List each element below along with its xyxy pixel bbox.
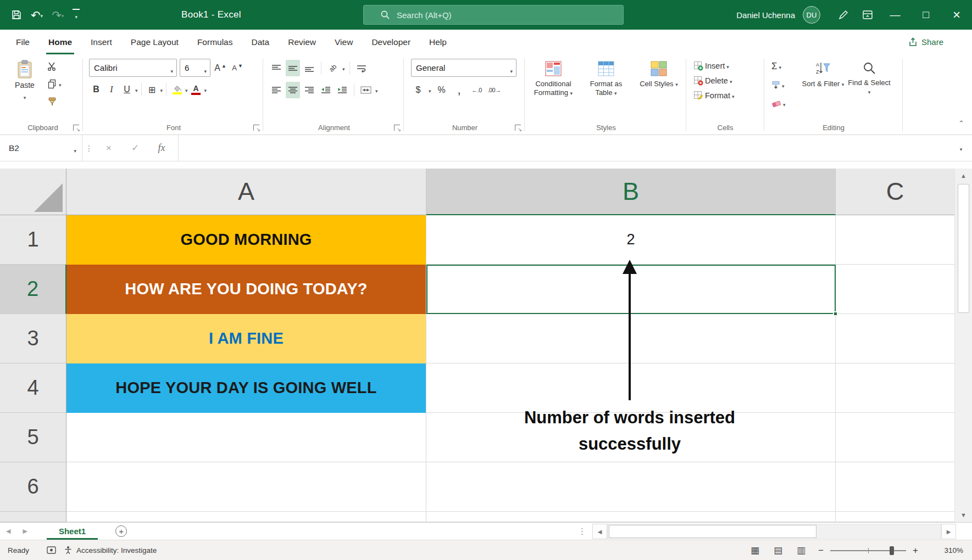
clear-button[interactable] — [769, 96, 800, 111]
inking-button[interactable] — [831, 0, 856, 30]
find-select-button[interactable]: Find & Select — [846, 59, 892, 121]
accounting-format-button[interactable]: $ — [411, 82, 425, 98]
increase-decimal-button[interactable]: ←.0 — [470, 82, 484, 98]
undo-dropdown[interactable] — [41, 10, 43, 20]
cell-A1[interactable]: GOOD MORNING — [66, 215, 426, 265]
cell-C1[interactable] — [836, 215, 954, 265]
clipboard-dialog-launcher-icon[interactable] — [73, 125, 79, 131]
cell-A4[interactable]: HOPE YOUR DAY IS GOING WELL — [66, 363, 426, 413]
cell-C5[interactable] — [836, 413, 954, 462]
formula-input[interactable] — [178, 135, 950, 161]
normal-view-button[interactable]: ▦ — [743, 540, 767, 560]
bold-button[interactable]: B — [89, 81, 103, 98]
cell-A5[interactable] — [66, 413, 426, 462]
row-header-5[interactable]: 5 — [0, 413, 66, 462]
select-all-button[interactable] — [0, 169, 66, 215]
row-header-2[interactable]: 2 — [0, 265, 66, 314]
alignment-dialog-launcher-icon[interactable] — [394, 125, 400, 131]
sheet-tab-sheet1[interactable]: Sheet1 — [47, 523, 98, 540]
zoom-slider[interactable] — [830, 550, 906, 551]
horizontal-scrollbar-thumb[interactable] — [609, 525, 817, 538]
column-header-B[interactable]: B — [426, 169, 836, 215]
format-as-table-button[interactable]: Format as Table — [581, 57, 631, 119]
tab-scrollbar-splitter[interactable] — [578, 523, 586, 540]
zoom-slider-thumb[interactable] — [890, 546, 894, 555]
customize-quick-access-toolbar-button[interactable] — [73, 9, 80, 21]
collapse-ribbon-button[interactable]: ⌃ — [958, 119, 964, 127]
merge-center-dropdown[interactable] — [375, 85, 378, 95]
align-left-button[interactable] — [269, 82, 284, 98]
tab-review[interactable]: Review — [279, 30, 325, 54]
tab-data[interactable]: Data — [242, 30, 279, 54]
column-header-C[interactable]: C — [836, 169, 954, 215]
copy-button[interactable] — [45, 76, 64, 92]
cell-A3[interactable]: I AM FINE — [66, 314, 426, 363]
row-header-3[interactable]: 3 — [0, 314, 66, 363]
accessibility-status[interactable]: Accessibility: Investigate — [64, 546, 157, 555]
fill-color-dropdown[interactable] — [185, 85, 188, 94]
comma-style-button[interactable]: , — [452, 82, 466, 98]
cell-C3[interactable] — [836, 314, 954, 363]
orientation-dropdown[interactable] — [342, 63, 345, 73]
increase-indent-button[interactable] — [335, 82, 349, 98]
orientation-button[interactable]: ab — [326, 60, 340, 76]
avatar[interactable]: DU — [803, 6, 820, 24]
align-right-button[interactable] — [302, 82, 316, 98]
fill-color-button[interactable] — [170, 81, 184, 98]
vertical-scrollbar[interactable] — [954, 169, 972, 522]
format-cells-button[interactable]: Format — [693, 91, 763, 100]
number-format-combo[interactable]: General — [411, 59, 516, 77]
horizontal-scrollbar-track[interactable] — [607, 524, 941, 539]
align-center-button[interactable] — [286, 82, 300, 98]
tab-page-layout[interactable]: Page Layout — [121, 30, 188, 54]
cell-styles-button[interactable]: Cell Styles — [634, 57, 684, 119]
search-box[interactable]: Search (Alt+Q) — [363, 5, 624, 25]
decrease-font-size-button[interactable]: A▼ — [230, 60, 245, 76]
accounting-format-dropdown[interactable] — [429, 85, 431, 95]
undo-button[interactable]: ↶ — [31, 9, 43, 21]
font-dialog-launcher-icon[interactable] — [253, 125, 259, 131]
cell-A6[interactable] — [66, 462, 426, 512]
close-button[interactable]: × — [941, 0, 972, 30]
namebox-resize-handle[interactable] — [82, 144, 96, 153]
cancel-button[interactable]: × — [96, 135, 122, 161]
tab-help[interactable]: Help — [420, 30, 456, 54]
tab-insert[interactable]: Insert — [81, 30, 121, 54]
bottom-align-button[interactable] — [302, 60, 316, 76]
macro-record-button[interactable] — [42, 540, 60, 560]
borders-dropdown[interactable] — [160, 85, 163, 94]
font-color-dropdown[interactable] — [204, 85, 207, 94]
merge-center-button[interactable] — [359, 82, 373, 98]
decrease-decimal-button[interactable]: .00→ — [487, 82, 502, 98]
cell-C4[interactable] — [836, 363, 954, 413]
page-layout-view-button[interactable]: ▤ — [767, 540, 790, 560]
horizontal-scrollbar[interactable] — [592, 524, 956, 539]
row-header-1[interactable]: 1 — [0, 215, 66, 265]
vertical-scrollbar-thumb[interactable] — [958, 184, 969, 313]
fill-button[interactable] — [769, 77, 800, 93]
cell-A2[interactable]: HOW ARE YOU DOING TODAY? — [66, 265, 426, 314]
underline-button[interactable]: U — [120, 81, 134, 98]
scroll-down-button[interactable] — [955, 508, 972, 522]
zoom-out-button[interactable]: − — [813, 545, 829, 556]
font-color-button[interactable]: A — [189, 81, 203, 98]
new-sheet-button[interactable]: + — [115, 525, 127, 537]
tab-home[interactable]: Home — [39, 30, 81, 54]
paste-button[interactable]: Paste — [9, 58, 41, 119]
autosum-button[interactable]: Σ — [769, 59, 800, 74]
name-box-dropdown[interactable] — [74, 145, 76, 155]
increase-font-size-button[interactable]: A▲ — [213, 60, 227, 76]
minimize-button[interactable]: — — [880, 0, 910, 30]
decrease-indent-button[interactable] — [319, 82, 333, 98]
name-box[interactable]: B2 — [0, 135, 82, 161]
wrap-text-button[interactable] — [354, 60, 369, 76]
enter-button[interactable]: ✓ — [122, 135, 148, 161]
next-sheet-button[interactable] — [16, 528, 33, 535]
conditional-formatting-button[interactable]: Conditional Formatting — [528, 57, 579, 119]
number-dialog-launcher-icon[interactable] — [515, 125, 521, 131]
zoom-level[interactable]: 310% — [927, 546, 963, 555]
previous-sheet-button[interactable] — [0, 528, 16, 535]
row-header-4[interactable]: 4 — [0, 363, 66, 413]
insert-function-button[interactable]: fx — [148, 135, 175, 161]
ribbon-display-options-button[interactable] — [856, 0, 880, 30]
